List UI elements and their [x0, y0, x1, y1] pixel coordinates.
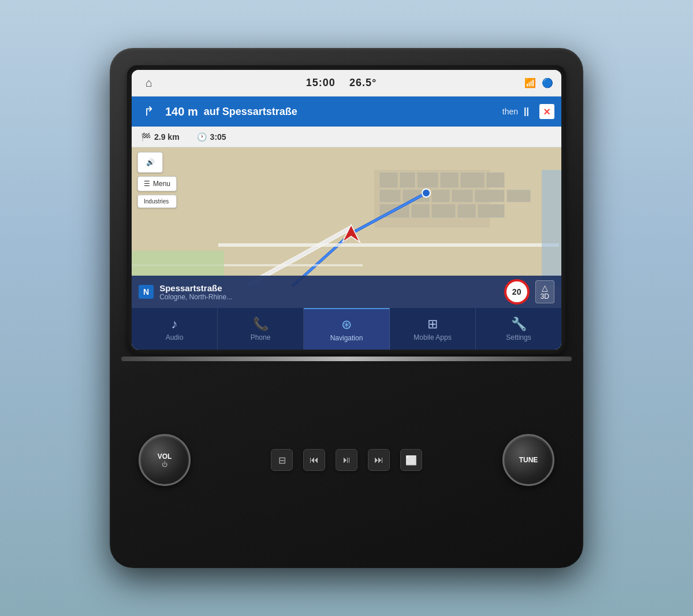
- svg-rect-2: [380, 173, 397, 187]
- status-icons: 📶 🔵: [524, 77, 553, 88]
- svg-rect-11: [452, 190, 472, 202]
- 3d-view-button[interactable]: △ 3D: [535, 280, 554, 303]
- tab-audio[interactable]: ♪ Audio: [132, 308, 218, 350]
- tune-knob-inner: TUNE: [519, 456, 538, 464]
- tab-navigation[interactable]: ⊛ Navigation: [304, 308, 390, 350]
- nav-close-button[interactable]: ×: [539, 104, 554, 119]
- svg-rect-15: [412, 205, 429, 217]
- prev-icon: ⏮: [310, 455, 319, 465]
- tab-mobile-apps[interactable]: ⊞ Mobile Apps: [390, 308, 476, 350]
- navigation-icon: ⊛: [341, 317, 352, 332]
- 3d-label: 3D: [541, 292, 549, 300]
- map-area[interactable]: 🔊 ☰ Menu Industries N Spessartstraße: [132, 147, 561, 308]
- bottom-nav-tabs: ♪ Audio 📞 Phone ⊛ Navigation ⊞ Mobile Ap…: [132, 308, 561, 350]
- tab-settings[interactable]: 🔧 Settings: [476, 308, 561, 350]
- svg-rect-17: [458, 205, 475, 217]
- decorative-strip: [121, 357, 572, 361]
- power-icon: ⏻: [162, 461, 167, 467]
- screen-off-button[interactable]: ⬜: [400, 449, 422, 471]
- mobile-apps-icon: ⊞: [427, 317, 438, 332]
- clock: 15:00: [306, 77, 336, 88]
- svg-rect-3: [400, 173, 415, 187]
- svg-rect-5: [441, 173, 458, 187]
- nav-instruction-bar: ↰ 140 m auf Spessartstraße then || ×: [132, 97, 561, 127]
- svg-rect-7: [487, 173, 504, 187]
- menu-button[interactable]: ☰ Menu: [137, 176, 177, 191]
- speed-limit-value: 20: [512, 287, 521, 296]
- physical-controls: VOL ⏻ ⊟ ⏮ ⏯ ⏭ ⬜ TUNE: [121, 363, 572, 556]
- checkered-flag-icon: 🏁: [141, 132, 151, 142]
- home-icon: ⌂: [146, 76, 152, 90]
- menu-label: Menu: [153, 180, 170, 188]
- turn-arrow: ↰: [144, 104, 154, 119]
- infotainment-screen: ⌂ 15:00 26.5° 📶 🔵 ↰ 140 m auf Spes: [132, 70, 561, 350]
- vol-label: VOL: [158, 452, 172, 461]
- industries-button[interactable]: Industries: [137, 195, 177, 208]
- svg-rect-13: [507, 190, 530, 202]
- svg-rect-8: [380, 190, 400, 202]
- close-icon: ×: [543, 105, 550, 118]
- eta-value: 3:05: [210, 132, 226, 142]
- audio-icon: ♪: [172, 317, 178, 332]
- svg-rect-18: [478, 205, 504, 217]
- street-info: Spessartstraße Cologne, North-Rhine...: [159, 283, 498, 301]
- phone-tab-label: Phone: [251, 333, 271, 342]
- temperature: 26.5°: [349, 77, 377, 88]
- tune-label: TUNE: [519, 456, 538, 464]
- stats-bar: 🏁 2.9 km 🕐 3:05: [132, 127, 561, 147]
- media-controls: ⊟ ⏮ ⏯ ⏭ ⬜: [271, 449, 422, 471]
- play-pause-button[interactable]: ⏯: [336, 449, 357, 471]
- tab-phone[interactable]: 📞 Phone: [218, 308, 304, 350]
- eq-button[interactable]: ⊟: [271, 449, 293, 471]
- vol-knob[interactable]: VOL ⏻: [139, 434, 191, 486]
- street-info-overlay: N Spessartstraße Cologne, North-Rhine...…: [132, 276, 561, 308]
- clock-temperature: 15:00 26.5°: [158, 77, 524, 89]
- prev-button[interactable]: ⏮: [303, 449, 325, 471]
- mobile-apps-tab-label: Mobile Apps: [413, 333, 451, 342]
- phone-icon: 📞: [253, 317, 269, 332]
- nav-street-name: auf Spessartstraße: [204, 106, 497, 118]
- navigation-tab-label: Navigation: [330, 334, 363, 342]
- eq-icon: ⊟: [278, 455, 286, 466]
- nav-then-icon: ||: [524, 106, 529, 117]
- screen-off-icon: ⬜: [405, 455, 417, 466]
- svg-rect-26: [542, 170, 561, 285]
- industries-label: Industries: [144, 198, 169, 205]
- home-button[interactable]: ⌂: [140, 74, 158, 92]
- nav-then-label: then: [502, 107, 518, 116]
- next-button[interactable]: ⏭: [368, 449, 390, 471]
- compass-north: N: [139, 285, 154, 299]
- volume-icon: 🔊: [146, 158, 155, 166]
- turn-direction-icon: ↰: [139, 101, 159, 122]
- screen-bezel: ⌂ 15:00 26.5° 📶 🔵 ↰ 140 m auf Spes: [127, 65, 566, 354]
- svg-rect-4: [418, 173, 438, 187]
- bluetooth-icon: 🔵: [542, 77, 553, 88]
- menu-icon: ☰: [144, 180, 150, 188]
- next-icon: ⏭: [374, 455, 383, 465]
- settings-tab-label: Settings: [506, 333, 531, 342]
- svg-rect-6: [461, 173, 484, 187]
- svg-rect-10: [432, 190, 449, 202]
- top-bar: ⌂ 15:00 26.5° 📶 🔵: [132, 70, 561, 97]
- volume-button[interactable]: 🔊: [137, 152, 163, 173]
- car-console: ⌂ 15:00 26.5° 📶 🔵 ↰ 140 m auf Spes: [110, 48, 583, 568]
- total-distance-value: 2.9 km: [154, 132, 180, 142]
- current-city: Cologne, North-Rhine...: [159, 293, 498, 301]
- eta-stat: 🕐 3:05: [197, 132, 226, 142]
- settings-icon: 🔧: [511, 317, 527, 332]
- wifi-icon: 📶: [524, 77, 536, 88]
- knob-inner: VOL ⏻: [158, 452, 172, 467]
- tune-knob[interactable]: TUNE: [502, 434, 554, 486]
- nav-distance: 140 m: [165, 105, 198, 118]
- map-controls: 🔊 ☰ Menu Industries: [137, 152, 177, 208]
- play-pause-icon: ⏯: [342, 455, 351, 465]
- audio-tab-label: Audio: [166, 333, 184, 342]
- clock-icon: 🕐: [197, 132, 207, 142]
- 3d-icon: △: [542, 283, 548, 292]
- total-distance-stat: 🏁 2.9 km: [141, 132, 180, 142]
- current-street-name: Spessartstraße: [159, 283, 498, 293]
- svg-rect-16: [432, 205, 455, 217]
- svg-rect-12: [475, 190, 504, 202]
- svg-point-21: [422, 189, 430, 197]
- speed-limit-sign: 20: [504, 279, 530, 305]
